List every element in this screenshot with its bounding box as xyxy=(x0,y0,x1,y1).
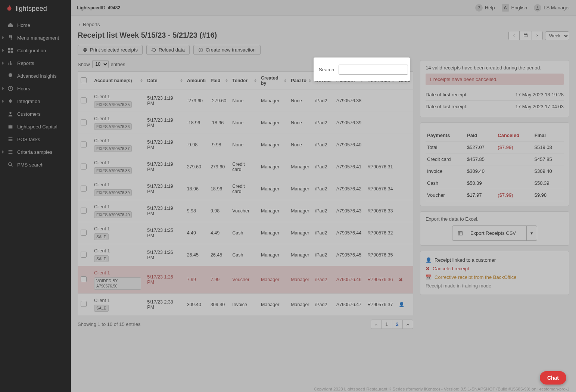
table-row[interactable]: Client 1VOIDED BY A790576.505/17/23 1:26… xyxy=(78,266,413,293)
create-transaction-button[interactable]: Create new transaction xyxy=(193,45,261,55)
col-paid-to[interactable]: Paid to xyxy=(288,72,312,90)
length-select[interactable]: 10 xyxy=(92,60,109,68)
cell-tender: None xyxy=(229,112,258,134)
payment-row: Total$527.07($7.99)$519.08 xyxy=(426,141,564,153)
fork-icon xyxy=(7,35,13,41)
table-row[interactable]: Client 1FIXES A790576.385/17/23 1:19 PM2… xyxy=(78,156,413,178)
cell-state xyxy=(396,112,413,134)
nav-home[interactable]: Home xyxy=(0,19,71,31)
page-2[interactable]: 2 xyxy=(392,320,403,329)
nav-customers[interactable]: Customers xyxy=(0,108,71,120)
page-1[interactable]: 1 xyxy=(382,320,392,329)
cell-paid-to: Manager xyxy=(288,222,312,244)
row-checkbox[interactable] xyxy=(81,208,87,214)
search-input[interactable] xyxy=(339,65,408,75)
export-csv-button[interactable]: Export Receipts CSV ▾ xyxy=(452,225,537,241)
row-checkbox[interactable] xyxy=(81,230,87,236)
breadcrumb-back[interactable]: Reports xyxy=(78,22,569,27)
table-row[interactable]: Client 1SALE5/17/23 1:26 PM26.4526.45Cas… xyxy=(78,244,413,266)
cell-device: iPad2 xyxy=(312,112,333,134)
legend-corrective: 📅Corrective receipt from the BackOffice xyxy=(426,273,564,281)
cell-paid-to: Manager xyxy=(288,266,312,293)
nav-integration[interactable]: Integration xyxy=(0,95,71,108)
nav-label: Criteria samples xyxy=(17,149,52,155)
nav-hours[interactable]: Hours xyxy=(0,82,71,95)
col-tender[interactable]: Tender xyxy=(229,72,258,90)
cell-date: 5/17/23 1:19 PM xyxy=(144,112,184,134)
nav-pms-search[interactable]: PMS search xyxy=(0,158,71,171)
nav-reports[interactable]: Reports xyxy=(0,57,71,69)
reload-data-button[interactable]: Reload data xyxy=(146,45,190,55)
summary-cancelled: 1 receipts have been cancelled. xyxy=(426,74,564,85)
nav-criteria-samples[interactable]: Criteria samples xyxy=(0,146,71,158)
cell-account: A790576.43 xyxy=(333,200,364,222)
nav-advanced-insights[interactable]: Advanced insights xyxy=(0,69,71,82)
next-period-button[interactable] xyxy=(532,31,542,40)
payment-row: Voucher$17.97($7.99)$9.98 xyxy=(426,189,564,201)
cell-paid: 279.60 xyxy=(208,156,229,178)
nav-pos-tasks[interactable]: POS tasks xyxy=(0,133,71,146)
row-badge: FIXES A790576.36 xyxy=(94,123,132,130)
page-next[interactable]: » xyxy=(403,320,413,329)
table-row[interactable]: Client 1FIXES A790576.405/17/23 1:19 PM9… xyxy=(78,200,413,222)
cell-account-names: Client 1FIXES A790576.40 xyxy=(91,200,144,222)
row-checkbox[interactable] xyxy=(81,164,87,169)
nav-lightspeed-capital[interactable]: Lightspeed Capital xyxy=(0,120,71,133)
col-paid[interactable]: Paid xyxy=(208,72,229,90)
row-checkbox[interactable] xyxy=(81,119,87,125)
row-badge: SALE xyxy=(94,233,109,240)
table-row[interactable]: Client 1FIXES A790576.375/17/23 1:19 PM-… xyxy=(78,134,413,156)
col-date[interactable]: Date xyxy=(144,72,184,90)
col-amount[interactable]: Amount xyxy=(184,72,208,90)
table-row[interactable]: Client 1FIXES A790576.355/17/23 1:19 PM-… xyxy=(78,90,413,112)
table-row[interactable]: Client 1FIXES A790576.365/17/23 1:19 PM-… xyxy=(78,112,413,134)
cell-account-names: Client 1FIXES A790576.38 xyxy=(91,156,144,178)
cell-account-names: Client 1FIXES A790576.37 xyxy=(91,134,144,156)
row-checkbox[interactable] xyxy=(81,301,87,307)
pay-final: $309.40 xyxy=(533,165,564,177)
col-created-by[interactable]: Created by xyxy=(258,72,288,90)
table-row[interactable]: Client 1SALE5/17/23 2:38 PM309.40309.40I… xyxy=(78,293,413,315)
row-checkbox[interactable] xyxy=(81,252,87,258)
plug-icon xyxy=(7,98,13,104)
plus-circle-icon xyxy=(198,47,203,53)
page-prev[interactable]: « xyxy=(371,320,382,329)
caret-icon xyxy=(2,87,4,90)
table-row[interactable]: Client 1SALE5/17/23 1:25 PM4.494.49CashM… xyxy=(78,222,413,244)
cell-paid: -279.60 xyxy=(208,90,229,112)
pay-final: $519.08 xyxy=(533,141,564,153)
export-hint: Export the data to Excel. xyxy=(426,216,564,222)
user-menu[interactable]: LS Manager xyxy=(534,4,570,12)
row-checkbox[interactable] xyxy=(81,276,87,282)
select-all-checkbox[interactable] xyxy=(81,77,87,83)
cell-amount: 4.49 xyxy=(184,222,208,244)
cell-amount: 309.40 xyxy=(184,293,208,315)
period-select[interactable]: Week xyxy=(545,31,569,40)
row-checkbox[interactable] xyxy=(81,97,87,103)
pay-final: $9.98 xyxy=(533,189,564,201)
calendar-icon xyxy=(523,33,528,37)
export-dropdown-toggle[interactable]: ▾ xyxy=(526,226,537,240)
row-badge: FIXES A790576.35 xyxy=(94,101,132,108)
cell-account-names: Client 1FIXES A790576.39 xyxy=(91,178,144,200)
cell-paid: 7.99 xyxy=(208,266,229,293)
chat-button[interactable]: Chat xyxy=(540,371,566,385)
nav-configuration[interactable]: Configuration xyxy=(0,44,71,57)
nav-menu-management[interactable]: Menu management xyxy=(0,31,71,44)
cell-tender: Cash xyxy=(229,222,258,244)
pagination: « 1 2 » xyxy=(371,320,413,329)
cell-account: A790576.47 xyxy=(333,293,364,315)
table-row[interactable]: Client 1FIXES A790576.395/17/23 1:19 PM1… xyxy=(78,178,413,200)
cell-paid: 4.49 xyxy=(208,222,229,244)
help-button[interactable]: ? Help xyxy=(475,4,495,12)
language-button[interactable]: A English xyxy=(502,4,527,12)
calendar-button[interactable] xyxy=(520,31,532,40)
cell-reference: R790576.36 xyxy=(364,266,396,293)
row-checkbox[interactable] xyxy=(81,141,87,147)
prev-period-button[interactable] xyxy=(509,31,520,40)
print-receipts-button[interactable]: Print selected receipts xyxy=(78,45,143,55)
chevron-left-icon xyxy=(513,34,516,37)
col-account-names[interactable]: Account name(s) xyxy=(91,72,144,90)
row-checkbox[interactable] xyxy=(81,186,87,192)
receipts-table: Account name(s) Date Amount Paid Tender … xyxy=(78,71,413,316)
